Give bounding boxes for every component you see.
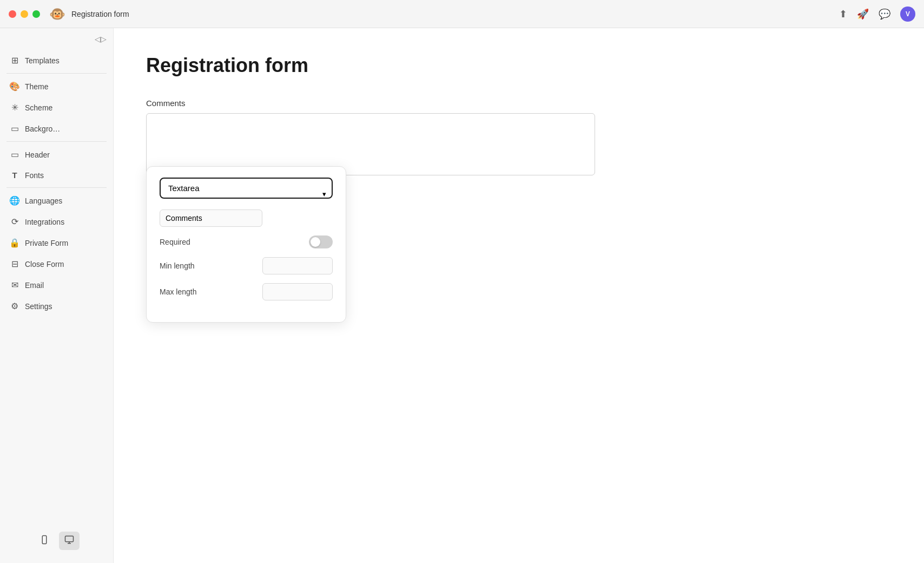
- maximize-button[interactable]: [32, 10, 40, 18]
- sidebar-item-background[interactable]: ▭ Backgro…: [0, 118, 113, 139]
- sidebar-item-label: Fonts: [25, 171, 44, 180]
- title-bar: 🐵 Registration form ⬆ 🚀 💬 V: [0, 0, 924, 28]
- minimize-button[interactable]: [21, 10, 28, 18]
- max-length-row: Max length: [160, 283, 333, 300]
- header-icon: ▭: [10, 149, 19, 160]
- comments-label: Comments: [146, 99, 892, 108]
- theme-icon: 🎨: [10, 81, 19, 91]
- close-button[interactable]: [9, 10, 16, 18]
- toggle-knob: [311, 237, 320, 247]
- sidebar-bottom: [0, 525, 113, 557]
- email-icon: ✉: [10, 280, 19, 290]
- divider-2: [6, 141, 107, 142]
- min-length-row: Min length: [160, 257, 333, 274]
- name-row: [160, 210, 333, 227]
- sidebar-item-label: Email: [25, 281, 44, 290]
- name-input[interactable]: [160, 210, 262, 227]
- max-length-label: Max length: [160, 287, 196, 296]
- sidebar-item-header[interactable]: ▭ Header: [0, 144, 113, 165]
- sidebar-item-languages[interactable]: 🌐 Languages: [0, 190, 113, 211]
- sidebar-item-label: Templates: [25, 56, 60, 65]
- sidebar-item-label: Theme: [25, 82, 49, 91]
- sidebar-item-theme[interactable]: 🎨 Theme: [0, 76, 113, 97]
- mobile-view-button[interactable]: [34, 532, 55, 550]
- traffic-lights: [9, 10, 40, 18]
- svg-rect-0: [42, 536, 47, 544]
- scheme-icon: ✳: [10, 102, 19, 113]
- sidebar-item-label: Scheme: [25, 103, 52, 112]
- fonts-icon: T: [10, 171, 19, 180]
- form-title: Registration form: [146, 54, 892, 77]
- content-area: ⌫ + ⋮ Registration form Comments Textare…: [114, 28, 924, 563]
- sidebar-item-label: Languages: [25, 197, 62, 205]
- sidebar-item-label: Close Form: [25, 260, 64, 269]
- min-length-input[interactable]: [262, 257, 333, 274]
- sidebar-item-fonts[interactable]: T Fonts: [0, 165, 113, 185]
- comment-icon[interactable]: 💬: [879, 8, 890, 20]
- sidebar-item-settings[interactable]: ⚙ Settings: [0, 296, 113, 317]
- divider-1: [6, 73, 107, 74]
- divider-3: [6, 187, 107, 188]
- sidebar-item-label: Backgro…: [25, 125, 60, 133]
- type-select-wrapper: Textarea Text Number Email Date: [160, 178, 333, 210]
- background-icon: ▭: [10, 123, 19, 134]
- min-length-label: Min length: [160, 261, 195, 270]
- popup-panel: Textarea Text Number Email Date Required…: [146, 166, 346, 323]
- svg-rect-2: [65, 536, 73, 542]
- type-select[interactable]: Textarea Text Number Email Date: [160, 178, 333, 199]
- max-length-input[interactable]: [262, 283, 333, 300]
- desktop-view-button[interactable]: [59, 532, 80, 550]
- main-layout: ◁▷ ⊞ Templates 🎨 Theme ✳ Scheme ▭ Backgr…: [0, 28, 924, 563]
- sidebar-collapse: ◁▷: [0, 35, 113, 50]
- sidebar-item-email[interactable]: ✉ Email: [0, 274, 113, 296]
- required-label: Required: [160, 238, 190, 246]
- sidebar-item-label: Header: [25, 150, 50, 159]
- title-bar-title: Registration form: [71, 10, 129, 18]
- settings-icon: ⚙: [10, 301, 19, 311]
- app-icon: 🐵: [49, 5, 66, 23]
- avatar[interactable]: V: [900, 6, 915, 22]
- sidebar: ◁▷ ⊞ Templates 🎨 Theme ✳ Scheme ▭ Backgr…: [0, 28, 114, 563]
- templates-icon: ⊞: [10, 55, 19, 66]
- sidebar-item-scheme[interactable]: ✳ Scheme: [0, 97, 113, 118]
- rocket-icon[interactable]: 🚀: [857, 8, 869, 20]
- sidebar-item-close-form[interactable]: ⊟ Close Form: [0, 253, 113, 274]
- required-row: Required: [160, 235, 333, 248]
- integrations-icon: ⟳: [10, 217, 19, 227]
- export-icon[interactable]: ⬆: [839, 8, 847, 20]
- collapse-icon[interactable]: ◁▷: [95, 35, 107, 43]
- sidebar-item-templates[interactable]: ⊞ Templates: [0, 50, 113, 71]
- sidebar-item-label: Private Form: [25, 239, 68, 247]
- sidebar-item-private-form[interactable]: 🔒 Private Form: [0, 232, 113, 253]
- sidebar-item-label: Integrations: [25, 218, 64, 226]
- required-toggle[interactable]: [309, 235, 333, 248]
- sidebar-item-integrations[interactable]: ⟳ Integrations: [0, 211, 113, 232]
- languages-icon: 🌐: [10, 195, 19, 206]
- close-form-icon: ⊟: [10, 259, 19, 269]
- title-bar-actions: ⬆ 🚀 💬 V: [839, 6, 915, 22]
- sidebar-item-label: Settings: [25, 302, 52, 311]
- private-form-icon: 🔒: [10, 238, 19, 248]
